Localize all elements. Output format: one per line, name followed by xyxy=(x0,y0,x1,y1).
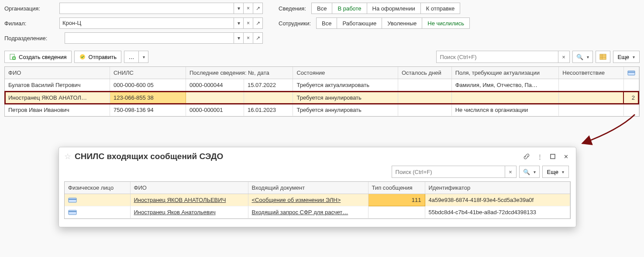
svg-rect-4 xyxy=(628,71,635,75)
pcol-doc[interactable]: Входящий документ xyxy=(248,182,368,194)
popup-more-label: Еще xyxy=(547,169,558,175)
columns-button[interactable] xyxy=(596,51,610,63)
more-button[interactable]: Еще ▾ xyxy=(613,51,640,63)
info-option-inwork[interactable]: В работе xyxy=(332,3,367,14)
popup-window: ☆ СНИЛС входящих сообщений СЭДО ⋮ ✕ × 🔍▾… xyxy=(59,147,576,227)
svg-rect-7 xyxy=(69,198,76,202)
dept-clear-icon[interactable]: × xyxy=(244,32,253,44)
search-clear-icon[interactable]: × xyxy=(558,51,570,63)
search-go-button[interactable]: 🔍 ▾ xyxy=(572,51,593,63)
ellipsis-dd-button[interactable]: ▾ xyxy=(139,51,148,63)
main-grid[interactable]: ФИО СНИЛС Последние сведения: №, дата Со… xyxy=(4,66,640,117)
col-lastinfo[interactable]: Последние сведения: №, дата xyxy=(186,67,293,79)
pcol-person[interactable]: Физическое лицо xyxy=(65,182,130,194)
info-label: Сведения: xyxy=(279,5,306,12)
table-row[interactable]: Иностранец ЯКОВ АНАТОЛ…123-066-855 38Тре… xyxy=(5,91,639,104)
emp-option-fired[interactable]: Уволенные xyxy=(382,17,422,29)
search-icon: 🔍 xyxy=(576,54,583,60)
maximize-icon[interactable] xyxy=(548,152,558,161)
create-icon xyxy=(9,53,16,60)
popup-search-go[interactable]: 🔍▾ xyxy=(519,166,540,178)
search-icon: 🔍 xyxy=(523,169,530,175)
col-mismatch[interactable]: Несоответствие xyxy=(559,67,623,79)
svg-rect-3 xyxy=(600,54,606,59)
emp-option-working[interactable]: Работающие xyxy=(337,17,382,29)
col-fields[interactable]: Поля, требующие актуализации xyxy=(451,67,559,79)
svg-rect-8 xyxy=(69,199,76,200)
emp-option-notlisted[interactable]: Не числились xyxy=(422,17,470,29)
create-label: Создать сведения xyxy=(19,54,67,60)
org-dropdown-icon[interactable]: ▾ xyxy=(234,3,244,14)
info-segmented[interactable]: Все В работе На оформлении К отправке xyxy=(311,3,460,14)
pcol-fio[interactable]: ФИО xyxy=(130,182,248,194)
org-clear-icon[interactable]: × xyxy=(244,3,253,14)
pcol-type[interactable]: Тип сообщения xyxy=(368,182,425,194)
columns-icon xyxy=(599,54,606,60)
branch-dropdown-icon[interactable]: ▾ xyxy=(234,17,244,29)
more-label: Еще xyxy=(618,54,629,60)
col-state[interactable]: Состояние xyxy=(293,67,398,79)
org-open-icon[interactable]: ↗ xyxy=(253,3,263,14)
table-row[interactable]: Булатов Василий Петрович000-000-600 0500… xyxy=(5,79,639,91)
popup-search[interactable]: × xyxy=(392,166,517,178)
popup-grid[interactable]: Физическое лицо ФИО Входящий документ Ти… xyxy=(64,181,571,219)
branch-combo[interactable]: Крон-Ц ▾ × ↗ xyxy=(59,17,263,29)
info-option-tosend[interactable]: К отправке xyxy=(421,3,461,14)
branch-value[interactable]: Крон-Ц xyxy=(59,17,234,29)
pcol-id[interactable]: Идентификатор xyxy=(425,182,570,194)
ellipsis-button[interactable]: … xyxy=(124,51,139,63)
table-row[interactable]: Иностранец ЯКОВ АНАТОЛЬЕВИЧ<Сообщение об… xyxy=(65,194,570,206)
org-combo[interactable]: ▾ × ↗ xyxy=(59,3,263,14)
favorite-icon[interactable]: ☆ xyxy=(64,152,71,161)
col-card-icon[interactable] xyxy=(623,67,639,79)
person-card-icon[interactable] xyxy=(65,206,130,219)
org-label: Организация: xyxy=(4,5,57,12)
emp-option-all[interactable]: Все xyxy=(316,17,337,29)
col-daysleft[interactable]: Осталось дней xyxy=(398,67,451,79)
branch-open-icon[interactable]: ↗ xyxy=(253,17,263,29)
branch-label: Филиал: xyxy=(4,20,57,27)
popup-search-clear-icon[interactable]: × xyxy=(505,166,517,178)
svg-rect-9 xyxy=(69,210,76,215)
popup-title: СНИЛС входящих сообщений СЭДО xyxy=(75,152,518,161)
dept-dropdown-icon[interactable]: ▾ xyxy=(234,32,244,44)
send-label: Отправить xyxy=(89,54,117,60)
search-input[interactable] xyxy=(436,51,558,63)
kebab-icon[interactable]: ⋮ xyxy=(535,152,544,161)
dept-value[interactable] xyxy=(65,32,234,44)
main-grid-header: ФИО СНИЛС Последние сведения: №, дата Со… xyxy=(5,67,639,79)
popup-more-button[interactable]: Еще ▾ xyxy=(542,166,569,178)
emp-label: Сотрудники: xyxy=(279,20,311,27)
send-button[interactable]: Отправить xyxy=(74,51,121,63)
svg-rect-5 xyxy=(628,72,635,73)
dept-combo[interactable]: ▾ × ↗ xyxy=(65,32,263,44)
card-icon xyxy=(627,70,635,76)
table-row[interactable]: Петров Иван Иванович750-098-136 940000-0… xyxy=(5,104,639,116)
dept-open-icon[interactable]: ↗ xyxy=(253,32,263,44)
col-snils[interactable]: СНИЛС xyxy=(110,67,186,79)
close-icon[interactable]: ✕ xyxy=(561,152,571,161)
col-fio[interactable]: ФИО xyxy=(5,67,110,79)
popup-search-input[interactable] xyxy=(392,166,505,178)
branch-clear-icon[interactable]: × xyxy=(244,17,253,29)
create-button[interactable]: Создать сведения xyxy=(4,51,72,63)
dept-label: Подразделение: xyxy=(4,35,62,42)
org-value[interactable] xyxy=(59,3,234,14)
table-row[interactable]: Иностранец Яков АнатольевичВходящий запр… xyxy=(65,206,570,219)
info-option-processing[interactable]: На оформлении xyxy=(367,3,421,14)
person-card-icon[interactable] xyxy=(65,194,130,206)
send-icon xyxy=(79,53,86,60)
svg-rect-6 xyxy=(551,154,555,159)
info-option-all[interactable]: Все xyxy=(311,3,332,14)
svg-rect-10 xyxy=(69,211,76,212)
search-main[interactable]: × xyxy=(436,51,570,63)
emp-segmented[interactable]: Все Работающие Уволенные Не числились xyxy=(316,17,470,29)
link-icon[interactable] xyxy=(522,152,531,161)
